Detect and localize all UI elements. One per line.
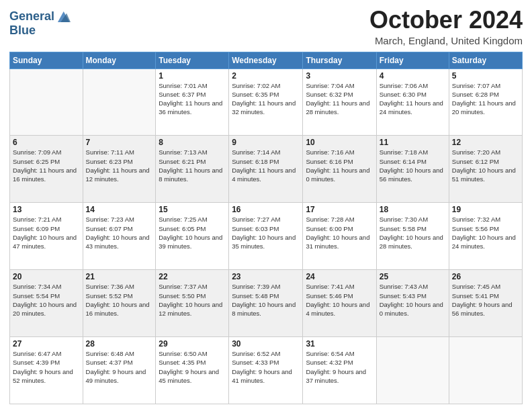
day-info: Sunrise: 7:18 AM Sunset: 6:14 PM Dayligh… [380, 148, 446, 183]
calendar-cell: 7Sunrise: 7:11 AM Sunset: 6:23 PM Daylig… [83, 136, 156, 203]
day-number: 22 [159, 272, 226, 281]
day-info: Sunrise: 7:28 AM Sunset: 6:00 PM Dayligh… [306, 215, 373, 250]
calendar-cell: 1Sunrise: 7:01 AM Sunset: 6:37 PM Daylig… [156, 68, 229, 136]
day-number: 6 [13, 138, 80, 147]
day-number: 2 [232, 71, 300, 81]
week-row-2: 13Sunrise: 7:21 AM Sunset: 6:09 PM Dayli… [10, 203, 523, 270]
calendar-cell: 30Sunrise: 6:52 AM Sunset: 4:33 PM Dayli… [229, 337, 303, 404]
day-number: 19 [452, 205, 519, 214]
calendar-cell: 8Sunrise: 7:13 AM Sunset: 6:21 PM Daylig… [156, 136, 229, 203]
calendar-cell: 5Sunrise: 7:07 AM Sunset: 6:28 PM Daylig… [449, 68, 522, 136]
day-number: 30 [232, 339, 300, 349]
calendar-cell [376, 337, 449, 404]
day-info: Sunrise: 6:54 AM Sunset: 4:32 PM Dayligh… [306, 349, 373, 385]
calendar-cell: 23Sunrise: 7:39 AM Sunset: 5:48 PM Dayli… [229, 270, 303, 337]
calendar-cell: 21Sunrise: 7:36 AM Sunset: 5:52 PM Dayli… [83, 270, 156, 337]
day-number: 29 [159, 339, 226, 349]
header: General Blue October 2024 March, England… [9, 7, 523, 46]
day-number: 18 [380, 205, 446, 214]
day-info: Sunrise: 7:16 AM Sunset: 6:16 PM Dayligh… [306, 148, 373, 183]
day-number: 21 [86, 272, 153, 281]
calendar-cell: 2Sunrise: 7:02 AM Sunset: 6:35 PM Daylig… [229, 68, 303, 136]
calendar-cell: 11Sunrise: 7:18 AM Sunset: 6:14 PM Dayli… [376, 136, 449, 203]
title-area: October 2024 March, England, United King… [369, 7, 523, 46]
day-number: 3 [306, 71, 373, 81]
week-row-0: 1Sunrise: 7:01 AM Sunset: 6:37 PM Daylig… [10, 68, 523, 136]
calendar-cell: 19Sunrise: 7:32 AM Sunset: 5:56 PM Dayli… [449, 203, 522, 270]
day-info: Sunrise: 6:50 AM Sunset: 4:35 PM Dayligh… [159, 349, 226, 385]
day-info: Sunrise: 7:25 AM Sunset: 6:05 PM Dayligh… [159, 215, 226, 250]
header-sunday: Sunday [10, 52, 83, 68]
day-number: 13 [13, 205, 80, 214]
month-title: October 2024 [369, 7, 523, 34]
day-info: Sunrise: 6:47 AM Sunset: 4:39 PM Dayligh… [13, 349, 80, 385]
day-info: Sunrise: 7:45 AM Sunset: 5:41 PM Dayligh… [452, 282, 519, 318]
week-row-1: 6Sunrise: 7:09 AM Sunset: 6:25 PM Daylig… [10, 136, 523, 203]
week-row-3: 20Sunrise: 7:34 AM Sunset: 5:54 PM Dayli… [10, 270, 523, 337]
calendar-cell: 20Sunrise: 7:34 AM Sunset: 5:54 PM Dayli… [10, 270, 83, 337]
calendar-cell: 12Sunrise: 7:20 AM Sunset: 6:12 PM Dayli… [449, 136, 522, 203]
day-info: Sunrise: 7:06 AM Sunset: 6:30 PM Dayligh… [380, 81, 446, 117]
day-number: 4 [380, 71, 446, 81]
calendar-cell: 14Sunrise: 7:23 AM Sunset: 6:07 PM Dayli… [83, 203, 156, 270]
day-info: Sunrise: 7:09 AM Sunset: 6:25 PM Dayligh… [13, 148, 80, 183]
day-number: 28 [86, 339, 153, 349]
calendar-cell: 24Sunrise: 7:41 AM Sunset: 5:46 PM Dayli… [303, 270, 376, 337]
day-info: Sunrise: 7:37 AM Sunset: 5:50 PM Dayligh… [159, 282, 226, 318]
day-info: Sunrise: 7:04 AM Sunset: 6:32 PM Dayligh… [306, 81, 373, 117]
day-info: Sunrise: 7:34 AM Sunset: 5:54 PM Dayligh… [13, 282, 80, 318]
day-info: Sunrise: 7:36 AM Sunset: 5:52 PM Dayligh… [86, 282, 153, 318]
day-info: Sunrise: 7:11 AM Sunset: 6:23 PM Dayligh… [86, 148, 153, 183]
calendar-cell [83, 68, 156, 136]
day-number: 8 [159, 138, 226, 147]
logo-icon [56, 9, 71, 24]
day-number: 27 [13, 339, 80, 349]
day-number: 15 [159, 205, 226, 214]
calendar-cell [449, 337, 522, 404]
day-info: Sunrise: 7:02 AM Sunset: 6:35 PM Dayligh… [232, 81, 300, 117]
day-number: 14 [86, 205, 153, 214]
page: General Blue October 2024 March, England… [0, 0, 532, 411]
calendar-cell: 4Sunrise: 7:06 AM Sunset: 6:30 PM Daylig… [376, 68, 449, 136]
day-info: Sunrise: 7:01 AM Sunset: 6:37 PM Dayligh… [159, 81, 226, 117]
day-info: Sunrise: 7:41 AM Sunset: 5:46 PM Dayligh… [306, 282, 373, 318]
day-info: Sunrise: 7:23 AM Sunset: 6:07 PM Dayligh… [86, 215, 153, 250]
day-info: Sunrise: 7:14 AM Sunset: 6:18 PM Dayligh… [232, 148, 300, 183]
day-number: 26 [452, 272, 519, 281]
day-number: 16 [232, 205, 300, 214]
day-number: 25 [380, 272, 446, 281]
day-info: Sunrise: 7:13 AM Sunset: 6:21 PM Dayligh… [159, 148, 226, 183]
header-friday: Friday [376, 52, 449, 68]
calendar-cell: 16Sunrise: 7:27 AM Sunset: 6:03 PM Dayli… [229, 203, 303, 270]
calendar-cell [10, 68, 83, 136]
day-number: 17 [306, 205, 373, 214]
day-info: Sunrise: 7:39 AM Sunset: 5:48 PM Dayligh… [232, 282, 300, 318]
calendar-cell: 25Sunrise: 7:43 AM Sunset: 5:43 PM Dayli… [376, 270, 449, 337]
logo: General Blue [9, 9, 71, 38]
day-info: Sunrise: 6:52 AM Sunset: 4:33 PM Dayligh… [232, 349, 300, 385]
day-number: 23 [232, 272, 300, 281]
calendar-cell: 6Sunrise: 7:09 AM Sunset: 6:25 PM Daylig… [10, 136, 83, 203]
day-number: 1 [159, 71, 226, 81]
day-info: Sunrise: 7:27 AM Sunset: 6:03 PM Dayligh… [232, 215, 300, 250]
calendar: Sunday Monday Tuesday Wednesday Thursday… [9, 52, 523, 404]
day-info: Sunrise: 7:20 AM Sunset: 6:12 PM Dayligh… [452, 148, 519, 183]
header-monday: Monday [83, 52, 156, 68]
week-row-4: 27Sunrise: 6:47 AM Sunset: 4:39 PM Dayli… [10, 337, 523, 404]
calendar-cell: 22Sunrise: 7:37 AM Sunset: 5:50 PM Dayli… [156, 270, 229, 337]
header-wednesday: Wednesday [229, 52, 303, 68]
calendar-cell: 26Sunrise: 7:45 AM Sunset: 5:41 PM Dayli… [449, 270, 522, 337]
calendar-cell: 29Sunrise: 6:50 AM Sunset: 4:35 PM Dayli… [156, 337, 229, 404]
header-tuesday: Tuesday [156, 52, 229, 68]
day-info: Sunrise: 7:43 AM Sunset: 5:43 PM Dayligh… [380, 282, 446, 318]
day-info: Sunrise: 6:48 AM Sunset: 4:37 PM Dayligh… [86, 349, 153, 385]
header-row: Sunday Monday Tuesday Wednesday Thursday… [10, 52, 523, 68]
calendar-cell: 18Sunrise: 7:30 AM Sunset: 5:58 PM Dayli… [376, 203, 449, 270]
day-number: 31 [306, 339, 373, 349]
logo-text2: Blue [9, 24, 71, 38]
calendar-cell: 27Sunrise: 6:47 AM Sunset: 4:39 PM Dayli… [10, 337, 83, 404]
day-number: 24 [306, 272, 373, 281]
calendar-cell: 10Sunrise: 7:16 AM Sunset: 6:16 PM Dayli… [303, 136, 376, 203]
day-number: 5 [452, 71, 519, 81]
header-saturday: Saturday [449, 52, 522, 68]
